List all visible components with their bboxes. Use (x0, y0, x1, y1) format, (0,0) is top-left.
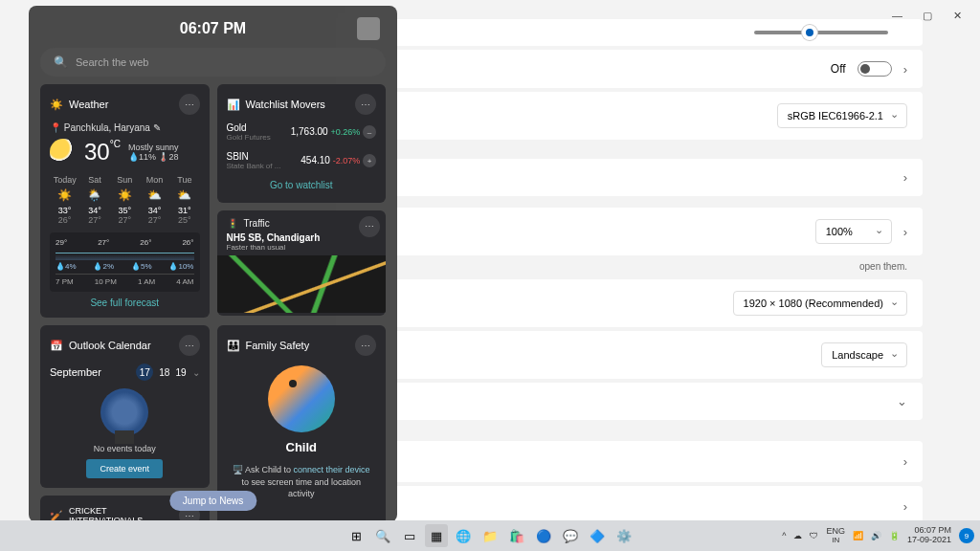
setting-expand-row[interactable]: ⌄ (368, 383, 923, 420)
traffic-icon: 🚦 (227, 218, 238, 229)
brightness-slider[interactable] (754, 31, 888, 34)
setting-nightlight-row[interactable]: Off › (368, 50, 923, 88)
traffic-status: Faster than usual (217, 243, 387, 255)
setting-brightness-row (368, 19, 923, 46)
user-avatar[interactable] (357, 17, 380, 40)
weather-title: Weather (69, 99, 173, 110)
weather-location: Panchkula, Haryana (64, 122, 150, 133)
onedrive-icon[interactable]: ☁ (793, 531, 802, 540)
battery-icon[interactable]: 🔋 (889, 531, 900, 540)
taskview-button[interactable]: ▭ (398, 524, 421, 547)
weather-condition: Mostly sunny (128, 143, 179, 152)
calendar-widget[interactable]: 📅 Outlook Calendar ⋯ September 17 18 19 … (40, 325, 210, 488)
weather-hourly-chart: 29°27°26°26° 💧4%💧2%💧5%💧10% 7 PM10 PM1 AM… (50, 232, 200, 292)
chevron-right-icon: › (903, 499, 907, 514)
traffic-location: NH5 SB, Chandigarh (217, 232, 387, 243)
setting-colorprofile-row[interactable]: sRGB IEC61966-2.1 (368, 92, 923, 140)
more-icon[interactable]: ⋯ (359, 216, 380, 237)
orientation-dropdown[interactable]: Landscape (821, 342, 907, 367)
search-placeholder: Search the web (76, 56, 372, 68)
child-name: Child (227, 440, 377, 454)
settings-icon[interactable]: ⚙️ (612, 524, 635, 547)
more-icon[interactable]: ⋯ (179, 94, 200, 115)
child-avatar (268, 365, 335, 432)
volume-icon[interactable]: 🔊 (871, 531, 881, 540)
widgets-time: 06:07 PM (69, 20, 357, 37)
weather-icon: ☀️ (50, 99, 63, 111)
see-forecast-link[interactable]: See full forecast (50, 298, 200, 308)
weather-temp: 30 (84, 139, 110, 165)
no-events-text: No events today (50, 444, 200, 453)
calendar-dates[interactable]: 17 18 19 ⌄ (136, 364, 199, 381)
traffic-map[interactable] (217, 255, 387, 313)
setting-orientation-row[interactable]: Landscape (368, 331, 923, 379)
setting-resolution-row[interactable]: 1920 × 1080 (Recommended) (368, 279, 923, 327)
calendar-title: Outlook Calendar (69, 340, 173, 351)
start-button[interactable]: ⊞ (345, 524, 368, 547)
scale-helper-text: open them. (368, 259, 923, 279)
chevron-right-icon: › (903, 170, 907, 185)
family-icon: 👪 (227, 340, 240, 352)
sun-icon (50, 139, 77, 165)
widgets-panel: 06:07 PM 🔍 Search the web ☀️ Weather ⋯ 📍… (29, 6, 397, 522)
edge-icon[interactable]: 🌐 (452, 524, 475, 547)
explorer-icon[interactable]: 📁 (479, 524, 501, 547)
whatsapp-icon[interactable]: 💬 (559, 524, 582, 547)
wifi-icon[interactable]: 📶 (853, 531, 863, 540)
night-light-toggle[interactable] (858, 61, 892, 77)
weather-forecast-days: Today☀️33°26°Sat🌦️34°27°Sun☀️35°27°Mon⛅3… (50, 175, 200, 225)
watchlist-widget[interactable]: 📊 Watchlist Movers ⋯ GoldGold Futures1,7… (217, 84, 387, 203)
chevron-right-icon: › (903, 62, 907, 77)
search-icon: 🔍 (54, 55, 68, 69)
jump-to-news-button[interactable]: Jump to News (169, 491, 256, 511)
chrome-icon[interactable]: 🔵 (532, 524, 555, 547)
setting-scale-row[interactable]: 100% › (368, 208, 923, 255)
traffic-widget[interactable]: 🚦 Traffic ⋯ NH5 SB, Chandigarh Faster th… (217, 210, 387, 316)
chevron-right-icon: › (903, 225, 907, 239)
watchlist-link[interactable]: Go to watchlist (227, 180, 377, 190)
notifications-badge[interactable]: 9 (959, 528, 974, 543)
taskbar: ⊞ 🔍 ▭ ▦ 🌐 📁 🛍️ 🔵 💬 🔷 ⚙️ ^ ☁ 🛡 ENG IN 📶 🔊… (0, 520, 980, 551)
security-icon[interactable]: 🛡 (810, 531, 818, 540)
family-title: Family Safety (246, 340, 350, 351)
watchlist-title: Watchlist Movers (246, 99, 350, 110)
taskbar-clock[interactable]: 06:07 PM 17-09-2021 (907, 526, 951, 545)
tray-chevron-icon[interactable]: ^ (782, 531, 786, 540)
color-profile-dropdown[interactable]: sRGB IEC61966-2.1 (777, 103, 907, 128)
store-icon[interactable]: 🛍️ (505, 524, 528, 547)
balloon-graphic (100, 388, 148, 436)
calendar-month: September (50, 366, 101, 378)
app-icon[interactable]: 🔷 (586, 524, 609, 547)
more-icon[interactable]: ⋯ (355, 335, 376, 356)
chevron-right-icon: › (903, 454, 907, 469)
chevron-down-icon: ⌄ (897, 394, 907, 408)
setting-hdr-row[interactable]: › (368, 159, 923, 196)
weather-widget[interactable]: ☀️ Weather ⋯ 📍 Panchkula, Haryana ✎ 30°C… (40, 84, 210, 318)
calendar-icon: 📅 (50, 340, 63, 352)
widgets-button[interactable]: ▦ (425, 524, 448, 547)
chart-icon: 📊 (227, 99, 240, 111)
resolution-dropdown[interactable]: 1920 × 1080 (Recommended) (733, 291, 907, 316)
setting-multidisplay-row[interactable]: › (368, 441, 923, 482)
night-light-label: Off (831, 62, 846, 76)
scale-dropdown[interactable]: 100% (815, 219, 892, 244)
more-icon[interactable]: ⋯ (179, 335, 200, 356)
search-button[interactable]: 🔍 (371, 524, 394, 547)
create-event-button[interactable]: Create event (86, 459, 163, 478)
more-icon[interactable]: ⋯ (355, 94, 376, 115)
widgets-search-box[interactable]: 🔍 Search the web (40, 48, 386, 77)
